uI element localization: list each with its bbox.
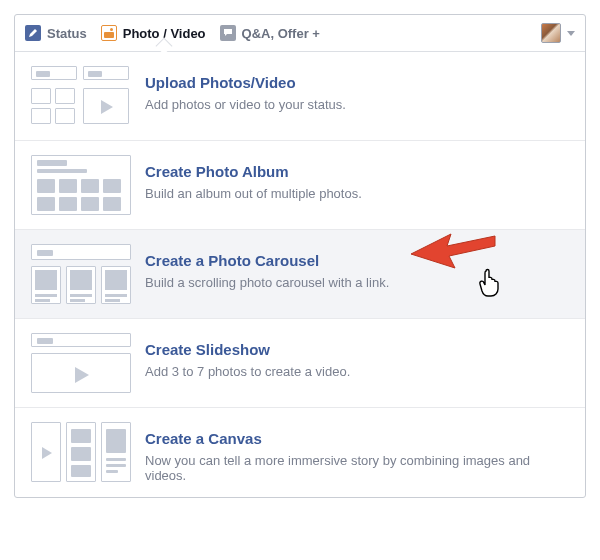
tab-qa-offer[interactable]: Q&A, Offer + [220,25,320,41]
option-desc: Now you can tell a more immersive story … [145,453,569,483]
option-title: Create Photo Album [145,163,362,180]
option-title: Create Slideshow [145,341,350,358]
option-desc: Build an album out of multiple photos. [145,186,362,201]
account-picker[interactable] [541,23,575,43]
option-create-carousel[interactable]: Create a Photo Carousel Build a scrollin… [15,229,585,318]
composer-panel: Status Photo / Video Q&A, Offer + [14,14,586,498]
option-desc: Build a scrolling photo carousel with a … [145,275,389,290]
cursor-hand-icon [477,268,503,298]
chat-icon [220,25,236,41]
thumbnail-canvas-icon [31,422,131,482]
avatar [541,23,561,43]
option-title: Create a Photo Carousel [145,252,389,269]
option-upload-photos-video[interactable]: Upload Photos/Video Add photos or video … [15,52,585,140]
option-title: Create a Canvas [145,430,569,447]
arrow-icon [407,224,497,274]
thumbnail-album-icon [31,155,131,215]
option-create-canvas[interactable]: Create a Canvas Now you can tell a more … [15,407,585,497]
pencil-icon [25,25,41,41]
chevron-down-icon [567,31,575,36]
photo-options-list: Upload Photos/Video Add photos or video … [15,52,585,497]
tab-qa-label: Q&A, Offer + [242,26,320,41]
thumbnail-slideshow-icon [31,333,131,393]
photo-icon [101,25,117,41]
tab-status-label: Status [47,26,87,41]
composer-tabs: Status Photo / Video Q&A, Offer + [15,15,585,52]
option-create-album[interactable]: Create Photo Album Build an album out of… [15,140,585,229]
option-create-slideshow[interactable]: Create Slideshow Add 3 to 7 photos to cr… [15,318,585,407]
option-desc: Add photos or video to your status. [145,97,346,112]
thumbnail-upload-icon [31,66,131,126]
option-desc: Add 3 to 7 photos to create a video. [145,364,350,379]
tab-status[interactable]: Status [25,25,87,41]
thumbnail-carousel-icon [31,244,131,304]
tab-photo-video[interactable]: Photo / Video [101,25,206,41]
option-title: Upload Photos/Video [145,74,346,91]
